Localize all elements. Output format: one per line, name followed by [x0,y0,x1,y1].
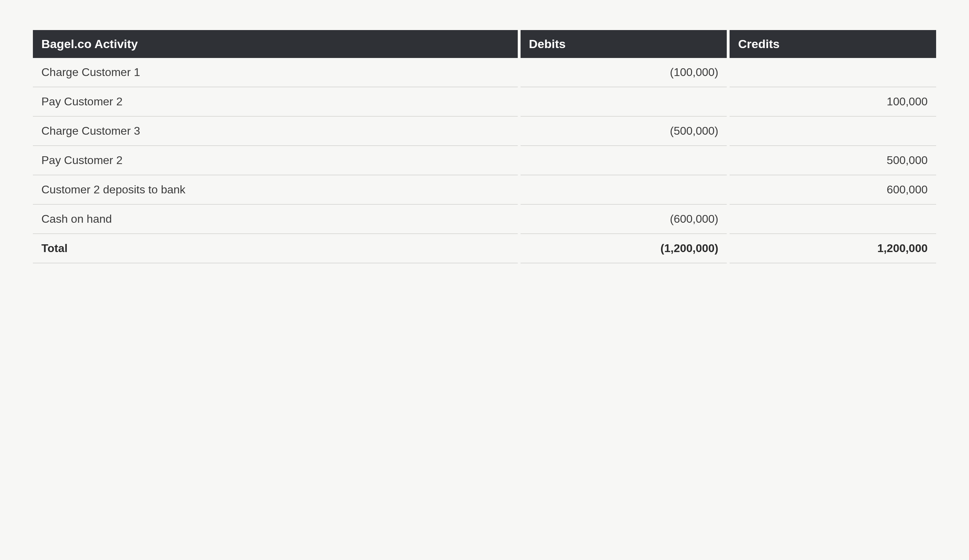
debits-cell [521,146,727,175]
credits-cell [729,117,936,146]
activity-cell: Pay Customer 2 [33,146,518,175]
table-row: Pay Customer 2 100,000 [33,87,936,117]
debits-cell: (600,000) [521,205,727,234]
activity-cell: Charge Customer 3 [33,117,518,146]
total-label: Total [33,234,518,263]
activity-cell: Cash on hand [33,205,518,234]
credits-cell [729,205,936,234]
table-header-row: Bagel.co Activity Debits Credits [33,30,936,58]
table-container: Bagel.co Activity Debits Credits Charge … [0,0,969,293]
total-credits: 1,200,000 [729,234,936,263]
debits-cell [521,87,727,117]
credits-cell: 100,000 [729,87,936,117]
activity-cell: Customer 2 deposits to bank [33,175,518,205]
credits-cell: 600,000 [729,175,936,205]
table-row: Charge Customer 3 (500,000) [33,117,936,146]
col-header-debits: Debits [521,30,727,58]
activity-cell: Pay Customer 2 [33,87,518,117]
activity-cell: Charge Customer 1 [33,58,518,87]
activity-table: Bagel.co Activity Debits Credits Charge … [30,30,939,263]
table-row: Cash on hand (600,000) [33,205,936,234]
credits-cell [729,58,936,87]
table-row: Charge Customer 1 (100,000) [33,58,936,87]
debits-cell [521,175,727,205]
col-header-activity: Bagel.co Activity [33,30,518,58]
credits-cell: 500,000 [729,146,936,175]
debits-cell: (100,000) [521,58,727,87]
debits-cell: (500,000) [521,117,727,146]
total-debits: (1,200,000) [521,234,727,263]
table-row: Customer 2 deposits to bank 600,000 [33,175,936,205]
table-total-row: Total (1,200,000) 1,200,000 [33,234,936,263]
table-row: Pay Customer 2 500,000 [33,146,936,175]
col-header-credits: Credits [729,30,936,58]
